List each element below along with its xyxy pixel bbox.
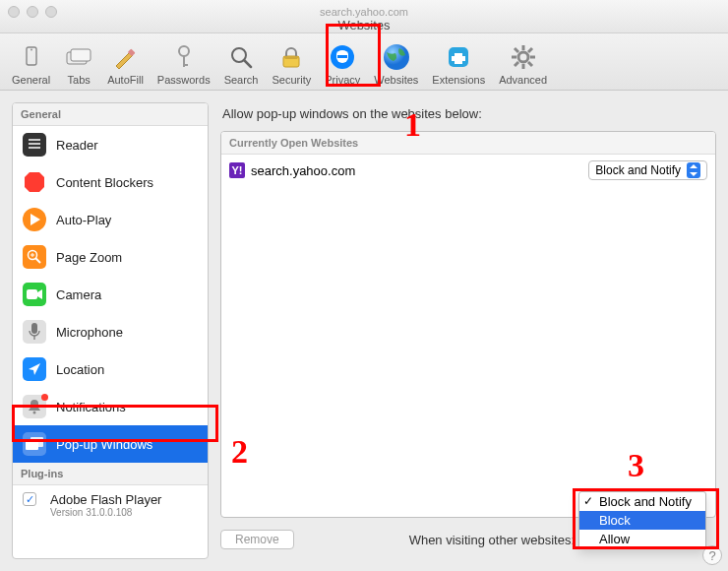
sidebar-item-location[interactable]: Location xyxy=(13,350,208,388)
zoom-window[interactable] xyxy=(45,6,57,18)
panel-header: Currently Open Websites xyxy=(221,132,715,155)
privacy-icon xyxy=(328,42,357,72)
svg-rect-7 xyxy=(183,64,188,66)
select-arrows-icon xyxy=(687,162,700,178)
popup-icon xyxy=(23,432,46,456)
microphone-icon xyxy=(23,320,46,344)
titlebar: search.yahoo.com Websites xyxy=(0,0,728,33)
toolbar-autofill[interactable]: AutoFill xyxy=(101,42,150,86)
sidebar-item-popup-windows[interactable]: Pop-up Windows xyxy=(13,425,208,463)
sidebar-item-flash[interactable]: ✓ Adobe Flash Player Version 31.0.0.108 xyxy=(13,485,208,525)
sidebar-item-notifications[interactable]: Notifications xyxy=(13,388,208,425)
toolbar-security[interactable]: Security xyxy=(266,42,317,86)
svg-rect-33 xyxy=(27,289,37,299)
footer-label: When visiting other websites: xyxy=(409,533,575,547)
plugin-version: Version 31.0.0.108 xyxy=(50,507,161,518)
default-policy-dropdown[interactable]: ✓ Block and Notify Block Allow xyxy=(578,491,706,549)
svg-point-15 xyxy=(518,52,528,62)
reader-icon xyxy=(23,133,46,157)
preferences-toolbar: General Tabs AutoFill Passwords Search S… xyxy=(0,33,728,91)
svg-marker-37 xyxy=(29,363,40,375)
sidebar-item-autoplay[interactable]: Auto-Play xyxy=(13,201,208,238)
svg-line-20 xyxy=(515,48,518,52)
stop-icon xyxy=(23,170,46,194)
site-policy-select[interactable]: Block and Notify xyxy=(588,160,707,180)
toolbar-extensions[interactable]: Extensions xyxy=(426,42,491,86)
autofill-icon xyxy=(110,42,140,72)
svg-line-23 xyxy=(515,62,518,66)
close-window[interactable] xyxy=(8,6,20,18)
main-title: Allow pop-up windows on the websites bel… xyxy=(222,106,716,121)
sidebar: General Reader Content Blockers Auto-Pla… xyxy=(12,102,209,559)
zoom-icon xyxy=(23,245,46,269)
toolbar-tabs[interactable]: Tabs xyxy=(58,42,99,86)
globe-icon xyxy=(382,42,411,72)
svg-rect-12 xyxy=(337,55,347,58)
site-domain: search.yahoo.com xyxy=(251,163,355,178)
svg-line-9 xyxy=(244,60,251,67)
lock-icon xyxy=(276,42,306,72)
help-button[interactable]: ? xyxy=(702,545,722,565)
remove-button[interactable]: Remove xyxy=(220,530,294,549)
dropdown-item-block[interactable]: Block xyxy=(579,511,705,530)
check-icon: ✓ xyxy=(583,494,593,508)
svg-marker-27 xyxy=(25,172,44,192)
dropdown-item-allow[interactable]: Allow xyxy=(579,530,705,548)
svg-rect-3 xyxy=(71,49,91,61)
key-icon xyxy=(169,42,199,72)
window-tab-title: search.yahoo.com xyxy=(0,5,728,19)
sidebar-header-general: General xyxy=(13,103,208,126)
sidebar-item-page-zoom[interactable]: Page Zoom xyxy=(13,238,208,276)
sidebar-item-reader[interactable]: Reader xyxy=(13,126,208,163)
svg-marker-28 xyxy=(30,214,40,225)
general-icon xyxy=(17,42,46,72)
tabs-icon xyxy=(64,42,93,72)
location-icon xyxy=(23,357,46,381)
search-icon xyxy=(226,42,256,72)
svg-line-22 xyxy=(528,48,532,52)
svg-rect-40 xyxy=(30,437,43,447)
websites-panel: Currently Open Websites Y! search.yahoo.… xyxy=(220,131,716,518)
toolbar-search[interactable]: Search xyxy=(218,42,265,86)
window-title: Websites xyxy=(0,19,728,32)
svg-point-38 xyxy=(33,412,36,414)
camera-icon xyxy=(23,283,46,306)
notification-badge xyxy=(41,394,48,401)
sidebar-item-microphone[interactable]: Microphone xyxy=(13,313,208,350)
svg-rect-35 xyxy=(31,323,37,334)
sidebar-item-content-blockers[interactable]: Content Blockers xyxy=(13,163,208,201)
sidebar-item-camera[interactable]: Camera xyxy=(13,276,208,313)
svg-marker-34 xyxy=(37,289,42,299)
plugin-name: Adobe Flash Player xyxy=(50,492,161,507)
sidebar-header-plugins: Plug-ins xyxy=(13,463,208,485)
gear-icon xyxy=(509,42,538,72)
toolbar-advanced[interactable]: Advanced xyxy=(493,42,553,86)
svg-point-1 xyxy=(30,49,32,51)
svg-point-5 xyxy=(179,46,189,56)
plugin-checkbox[interactable]: ✓ xyxy=(23,492,36,506)
minimize-window[interactable] xyxy=(27,6,38,18)
traffic-lights[interactable] xyxy=(8,6,57,18)
favicon-icon: Y! xyxy=(229,162,245,178)
dropdown-item-block-notify[interactable]: ✓ Block and Notify xyxy=(579,492,705,511)
toolbar-websites[interactable]: Websites xyxy=(368,42,424,86)
toolbar-privacy[interactable]: Privacy xyxy=(319,42,366,86)
toolbar-passwords[interactable]: Passwords xyxy=(152,42,216,86)
svg-line-30 xyxy=(35,258,40,263)
svg-line-21 xyxy=(528,62,532,66)
extensions-icon xyxy=(444,42,473,72)
play-icon xyxy=(23,208,46,231)
toolbar-general[interactable]: General xyxy=(6,42,56,86)
website-row[interactable]: Y! search.yahoo.com Block and Notify xyxy=(221,155,715,186)
